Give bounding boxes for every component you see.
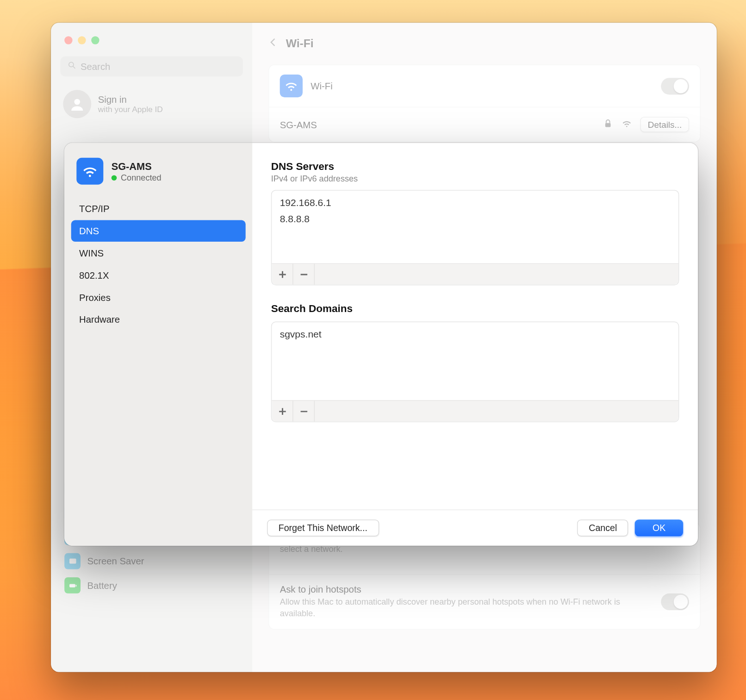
page-title: Wi-Fi (286, 37, 314, 50)
tab-proxies[interactable]: Proxies (71, 287, 246, 308)
list-item[interactable]: 192.168.6.1 (272, 195, 678, 211)
sidebar-item-battery[interactable]: Battery (61, 575, 244, 596)
wifi-icon (280, 75, 303, 97)
search-field[interactable] (61, 56, 243, 77)
forget-network-button[interactable]: Forget This Network... (267, 519, 379, 536)
tab-wins[interactable]: WINS (71, 242, 246, 263)
tab-8021x[interactable]: 802.1X (71, 264, 246, 286)
remove-domain-button[interactable] (293, 401, 315, 422)
apple-id-row[interactable]: Sign in with your Apple ID (51, 86, 252, 129)
dns-servers-list[interactable]: 192.168.6.1 8.8.8.8 (271, 190, 679, 285)
wifi-icon (76, 158, 103, 185)
sidebar-item-label: Battery (87, 580, 117, 591)
search-input[interactable] (81, 61, 236, 72)
avatar (63, 90, 91, 118)
svg-rect-22 (606, 123, 611, 127)
tab-dns[interactable]: DNS (71, 220, 246, 242)
wifi-toggle[interactable] (661, 77, 689, 94)
svg-rect-21 (75, 585, 76, 587)
sheet-tabs: TCP/IP DNS WINS 802.1X Proxies Hardware (71, 198, 246, 331)
screensaver-icon (64, 553, 81, 569)
back-button[interactable] (267, 36, 279, 51)
sidebar-item-screensaver[interactable]: Screen Saver (61, 550, 244, 572)
cancel-button[interactable]: Cancel (578, 519, 628, 536)
hotspots-title: Ask to join hotspots (280, 584, 661, 594)
svg-rect-20 (69, 584, 75, 587)
svg-point-0 (69, 62, 74, 67)
wifi-label: Wi-Fi (311, 81, 332, 91)
remove-dns-button[interactable] (293, 264, 315, 285)
wifi-signal-icon (622, 118, 632, 131)
sheet-footer: Forget This Network... Cancel OK (252, 510, 698, 546)
search-domains-title: Search Domains (271, 303, 679, 315)
sheet-network-name: SG-AMS (112, 160, 162, 172)
sidebar-item-label: Screen Saver (87, 556, 144, 567)
details-button[interactable]: Details... (640, 117, 689, 132)
signin-subtitle: with your Apple ID (98, 105, 163, 114)
tab-hardware[interactable]: Hardware (71, 309, 246, 330)
zoom-window-button[interactable] (91, 36, 99, 44)
signin-title: Sign in (98, 94, 163, 105)
dns-servers-title: DNS Servers (271, 161, 679, 173)
network-details-sheet: SG-AMS Connected TCP/IP DNS WINS 802.1X … (64, 143, 698, 546)
sheet-network-status: Connected (112, 173, 162, 182)
add-domain-button[interactable] (272, 401, 293, 422)
list-item[interactable]: sgvps.net (272, 326, 678, 343)
sheet-sidebar: SG-AMS Connected TCP/IP DNS WINS 802.1X … (64, 143, 252, 546)
tab-tcpip[interactable]: TCP/IP (71, 198, 246, 219)
close-window-button[interactable] (64, 36, 72, 44)
dns-servers-subtitle: IPv4 or IPv6 addresses (271, 174, 679, 183)
search-icon (67, 61, 76, 73)
svg-point-2 (74, 99, 80, 105)
network-name: SG-AMS (280, 119, 317, 130)
ok-button[interactable]: OK (635, 519, 683, 536)
search-domains-list[interactable]: sgvps.net (271, 322, 679, 423)
minimize-window-button[interactable] (78, 36, 86, 44)
sheet-main: DNS Servers IPv4 or IPv6 addresses 192.1… (252, 143, 698, 546)
svg-line-1 (73, 67, 75, 69)
hotspots-desc: Allow this Mac to automatically discover… (280, 597, 642, 619)
main-header: Wi-Fi (252, 23, 716, 64)
lock-icon (603, 118, 614, 131)
traffic-lights (51, 34, 252, 56)
battery-icon (64, 577, 81, 594)
svg-rect-19 (69, 558, 76, 563)
hotspots-toggle[interactable] (661, 593, 689, 610)
list-item[interactable]: 8.8.8.8 (272, 211, 678, 227)
add-dns-button[interactable] (272, 264, 293, 285)
status-dot-icon (112, 175, 117, 181)
